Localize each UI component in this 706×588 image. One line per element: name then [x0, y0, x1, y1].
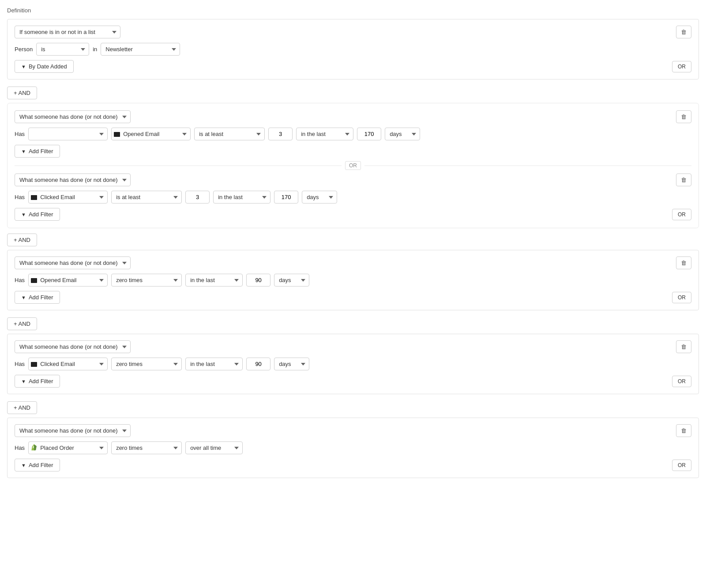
block5-condition-select[interactable]: zero times — [111, 441, 182, 454]
block2b-delete-button[interactable]: 🗑 — [676, 173, 691, 186]
block5-add-filter-button[interactable]: ▼ Add Filter — [15, 459, 60, 471]
block4-or-button[interactable]: OR — [672, 376, 691, 387]
block3-condition-select[interactable]: zero times — [111, 274, 182, 286]
block4-event-select[interactable]: Clicked Email — [28, 358, 108, 370]
filter-icon-5: ▼ — [21, 463, 26, 468]
block4-delete-button[interactable]: 🗑 — [676, 340, 691, 353]
block3-delete-button[interactable]: 🗑 — [676, 256, 691, 269]
block5-or-button[interactable]: OR — [672, 460, 691, 471]
block2b-condition-select[interactable]: is at least — [111, 191, 182, 204]
block5-type-select[interactable]: What someone has done (or not done) — [15, 424, 131, 437]
block4-days-input[interactable]: 90 — [246, 358, 270, 370]
or-label-1: OR — [345, 161, 361, 170]
block2b-time-select[interactable]: in the last — [213, 191, 270, 204]
and-button-4[interactable]: + AND — [7, 401, 37, 414]
block1-footer: ▼ By Date Added OR — [15, 60, 691, 73]
page-title: Definition — [7, 7, 699, 14]
block2b-unit-select[interactable]: days — [302, 191, 337, 204]
and-button-1[interactable]: + AND — [7, 87, 37, 99]
block2a-action-select[interactable] — [28, 128, 108, 140]
block4-has-label: Has — [15, 361, 25, 367]
filter-icon-3: ▼ — [21, 295, 26, 300]
add-filter-label-2a: Add Filter — [29, 148, 53, 155]
or-divider-1: OR — [15, 161, 691, 170]
add-filter-label-2b: Add Filter — [29, 211, 53, 218]
block4-type-select[interactable]: What someone has done (or not done) — [15, 340, 131, 353]
and-button-3[interactable]: + AND — [7, 317, 37, 330]
block4-add-filter-button[interactable]: ▼ Add Filter — [15, 375, 60, 388]
block2a-unit-select[interactable]: days — [385, 128, 420, 140]
block3-days-input[interactable]: 90 — [246, 274, 270, 286]
and-button-2[interactable]: + AND — [7, 234, 37, 246]
filter-icon: ▼ — [21, 64, 26, 69]
block2a-days-input[interactable]: 170 — [357, 128, 381, 140]
block3-event-select[interactable]: Opened Email — [28, 274, 108, 286]
block3-or-button[interactable]: OR — [672, 292, 691, 303]
block2-group: What someone has done (or not done) 🗑 Ha… — [7, 103, 699, 228]
or-line-left — [15, 166, 342, 166]
filter-icon-4: ▼ — [21, 379, 26, 384]
block4-condition-select[interactable]: zero times — [111, 358, 182, 370]
block2b-add-filter-button[interactable]: ▼ Add Filter — [15, 208, 60, 221]
trash-icon-5: 🗑 — [681, 427, 687, 434]
block5-time-select[interactable]: over all time — [185, 441, 243, 454]
block1-is-select[interactable]: is — [36, 43, 89, 56]
block4-footer: ▼ Add Filter OR — [15, 375, 691, 388]
or-line-right — [364, 166, 691, 166]
block2b-has-label: Has — [15, 194, 25, 200]
block2a-add-filter-button[interactable]: ▼ Add Filter — [15, 145, 60, 158]
trash-icon-3: 🗑 — [681, 260, 687, 266]
block3-time-select[interactable]: in the last — [185, 274, 243, 286]
in-label: in — [93, 46, 97, 53]
trash-icon: 🗑 — [681, 29, 687, 35]
block4-time-select[interactable]: in the last — [185, 358, 243, 370]
block5-container: What someone has done (or not done) 🗑 Ha… — [7, 418, 699, 478]
block2b-container: What someone has done (or not done) 🗑 Ha… — [15, 173, 691, 221]
block1-type-select[interactable]: If someone is in or not in a list — [15, 26, 120, 38]
block2a-container: What someone has done (or not done) 🗑 Ha… — [15, 110, 691, 158]
by-date-label: By Date Added — [29, 63, 67, 70]
block3-footer: ▼ Add Filter OR — [15, 291, 691, 304]
block2a-has-label: Has — [15, 131, 25, 137]
block3-container: What someone has done (or not done) 🗑 Ha… — [7, 250, 699, 310]
block2b-days-input[interactable]: 170 — [274, 191, 298, 204]
add-filter-label-4: Add Filter — [29, 378, 53, 384]
add-filter-label-5: Add Filter — [29, 462, 53, 468]
block5-has-label: Has — [15, 445, 25, 451]
block5-delete-button[interactable]: 🗑 — [676, 424, 691, 437]
block2b-event-select[interactable]: Clicked Email — [28, 191, 108, 204]
block1-delete-button[interactable]: 🗑 — [676, 26, 691, 38]
block2b-number-input[interactable]: 3 — [185, 191, 210, 204]
block1-list-select[interactable]: Newsletter — [101, 43, 180, 56]
block2a-delete-button[interactable]: 🗑 — [676, 110, 691, 123]
block3-type-select[interactable]: What someone has done (or not done) — [15, 256, 131, 269]
block4-container: What someone has done (or not done) 🗑 Ha… — [7, 334, 699, 394]
block3-unit-select[interactable]: days — [274, 274, 309, 286]
block1-or-button[interactable]: OR — [672, 61, 691, 72]
block2b-footer: ▼ Add Filter OR — [15, 208, 691, 221]
block5-event-select[interactable]: Placed Order — [28, 441, 108, 454]
trash-icon-2a: 🗑 — [681, 113, 687, 120]
add-filter-label-3: Add Filter — [29, 294, 53, 301]
block2a-event-select[interactable]: Opened Email — [111, 128, 191, 140]
block2b-or-button[interactable]: OR — [672, 209, 691, 220]
block1-by-date-button[interactable]: ▼ By Date Added — [15, 60, 74, 73]
block3-has-label: Has — [15, 277, 25, 283]
filter-icon-2b: ▼ — [21, 212, 26, 217]
filter-icon-2a: ▼ — [21, 149, 26, 154]
block2a-type-select[interactable]: What someone has done (or not done) — [15, 110, 131, 123]
block3-add-filter-button[interactable]: ▼ Add Filter — [15, 291, 60, 304]
block2a-time-select[interactable]: in the last — [296, 128, 353, 140]
person-label: Person — [15, 46, 33, 53]
block5-footer: ▼ Add Filter OR — [15, 459, 691, 471]
block4-unit-select[interactable]: days — [274, 358, 309, 370]
trash-icon-2b: 🗑 — [681, 177, 687, 183]
trash-icon-4: 🗑 — [681, 343, 687, 350]
block2b-type-select[interactable]: What someone has done (or not done) — [15, 173, 131, 186]
block2a-condition-select[interactable]: is at least — [194, 128, 265, 140]
block-list-condition: If someone is in or not in a list 🗑 Pers… — [7, 19, 699, 79]
block2a-number-input[interactable]: 3 — [268, 128, 293, 140]
block2a-footer: ▼ Add Filter — [15, 145, 691, 158]
